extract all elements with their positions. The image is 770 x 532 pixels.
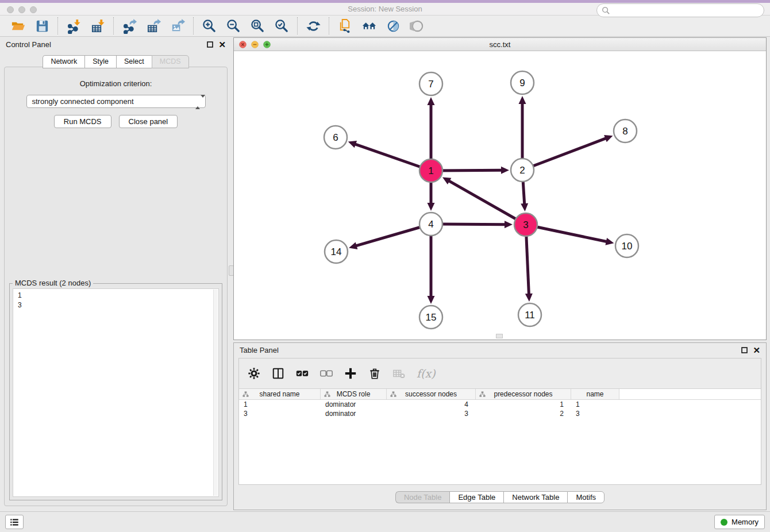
node-label-11: 11 (525, 310, 535, 321)
zoom-in-button[interactable] (201, 17, 218, 34)
new-network-from-selection-button[interactable] (336, 17, 353, 34)
import-network-button[interactable] (65, 17, 82, 34)
column-label: name (586, 390, 603, 398)
mcds-result-area[interactable]: 1 3 (13, 288, 219, 497)
open-file-button[interactable] (9, 17, 26, 34)
edge-arrow-2-8 (604, 135, 613, 142)
close-table-panel-icon[interactable]: ✕ (753, 347, 760, 353)
search-input[interactable] (613, 5, 759, 16)
cell[interactable]: dominator (321, 400, 387, 409)
horizontal-splitter-grip[interactable] (496, 334, 503, 338)
column-settings-icon (248, 367, 260, 380)
criterion-dropdown[interactable]: strongly connected component (26, 95, 206, 108)
refresh-layout-button[interactable] (305, 17, 322, 34)
add-column-icon (344, 367, 357, 380)
edge-2-8[interactable] (522, 138, 606, 170)
tab-select[interactable]: Select (116, 55, 152, 68)
float-table-panel-icon[interactable] (741, 347, 748, 353)
cell[interactable]: 1 (476, 400, 571, 409)
column-settings-button[interactable] (247, 366, 261, 381)
zoom-fit-button[interactable] (249, 17, 266, 34)
table-row[interactable]: 3dominator323 (239, 409, 761, 418)
edge-3-1[interactable] (448, 180, 526, 225)
cell[interactable]: 3 (571, 409, 619, 418)
edge-arrow-3-11 (525, 294, 533, 302)
export-network-button[interactable] (121, 17, 138, 34)
unselect-all-button[interactable] (319, 366, 334, 381)
column-label: predecessor nodes (494, 390, 552, 398)
toggle-panes-icon (272, 367, 284, 380)
tab-mcds[interactable]: MCDS (152, 55, 189, 68)
save-session-button[interactable] (33, 17, 51, 34)
export-image-button[interactable] (169, 17, 186, 34)
tab-style[interactable]: Style (84, 55, 116, 68)
table-header-row: shared nameMCDS rolesuccessor nodesprede… (239, 389, 761, 400)
zoom-selected-button[interactable] (273, 17, 290, 34)
delete-table-button[interactable] (391, 366, 406, 381)
network-window-controls[interactable] (239, 41, 271, 48)
node-label-15: 15 (426, 312, 437, 323)
application-window: Session: New Session Control Panel ✕ Net… (0, 0, 770, 532)
task-history-button[interactable] (5, 515, 24, 529)
float-panel-icon[interactable] (207, 41, 213, 48)
table-rows: 1dominator4113dominator323 (239, 400, 761, 418)
control-panel-title: Control Panel (6, 40, 51, 49)
titlebar-accent (0, 0, 770, 3)
first-neighbors-button[interactable] (360, 17, 378, 34)
cell[interactable]: dominator (321, 409, 387, 418)
new-network-from-selection-icon (337, 18, 353, 34)
run-mcds-button[interactable]: Run MCDS (54, 115, 111, 128)
table-row[interactable]: 1dominator411 (239, 400, 761, 409)
network-canvas[interactable]: 7968124314101511 (234, 51, 766, 340)
optimization-label: Optimization criterion: (5, 79, 227, 88)
edge-arrow-1-6 (348, 141, 357, 148)
cell[interactable]: 2 (476, 409, 571, 418)
hierarchy-icon (324, 391, 330, 398)
tab-network[interactable]: Network (43, 55, 84, 68)
close-panel-icon[interactable]: ✕ (218, 41, 226, 48)
cell[interactable]: 3 (239, 409, 321, 418)
search-box[interactable] (596, 3, 764, 17)
edge-3-10[interactable] (526, 225, 607, 242)
tab-edge-table[interactable]: Edge Table (449, 491, 503, 503)
network-window-titlebar[interactable]: scc.txt (234, 38, 766, 51)
node-label-14: 14 (331, 246, 342, 257)
cell[interactable]: 3 (387, 409, 476, 418)
zoom-network-icon[interactable] (263, 41, 271, 48)
hide-graphics-details-button[interactable] (409, 17, 426, 34)
tab-network-table[interactable]: Network Table (503, 491, 567, 503)
cell[interactable]: 1 (571, 400, 619, 409)
toolbar-group (194, 17, 297, 34)
toolbar-group (114, 17, 193, 34)
export-table-button[interactable] (145, 17, 162, 34)
column-header-predecessor-nodes[interactable]: predecessor nodes (476, 389, 571, 399)
network-graph[interactable]: 7968124314101511 (234, 51, 766, 340)
minimize-network-icon[interactable] (251, 41, 259, 48)
column-header-successor-nodes[interactable]: successor nodes (387, 389, 476, 399)
search-icon (602, 6, 610, 15)
add-column-button[interactable] (343, 366, 358, 381)
column-header-name[interactable]: name (571, 389, 619, 399)
select-all-button[interactable] (295, 366, 310, 381)
node-table: f(x) shared nameMCDS rolesuccessor nodes… (238, 358, 761, 485)
import-table-button[interactable] (89, 17, 106, 34)
result-scrollbar[interactable] (213, 290, 218, 496)
show-graphics-details-button[interactable] (384, 17, 402, 34)
hierarchy-icon (390, 391, 396, 398)
zoom-out-button[interactable] (225, 17, 242, 34)
cell[interactable]: 4 (387, 400, 476, 409)
memory-button[interactable]: Memory (714, 515, 765, 529)
delete-column-button[interactable] (367, 366, 382, 381)
column-header-shared-name[interactable]: shared name (239, 389, 321, 399)
function-builder-icon[interactable]: f(x) (417, 367, 436, 380)
tab-node-table[interactable]: Node Table (395, 491, 450, 503)
close-panel-button[interactable]: Close panel (119, 115, 178, 128)
tab-motifs[interactable]: Motifs (567, 491, 605, 503)
column-header-MCDS-role[interactable]: MCDS role (321, 389, 387, 399)
delete-column-icon (368, 367, 381, 380)
mcds-tab-content: Optimization criterion: strongly connect… (4, 67, 228, 506)
toggle-panes-button[interactable] (271, 366, 286, 381)
zoom-selected-icon (274, 18, 290, 34)
cell[interactable]: 1 (239, 400, 321, 409)
close-network-icon[interactable] (239, 41, 247, 48)
